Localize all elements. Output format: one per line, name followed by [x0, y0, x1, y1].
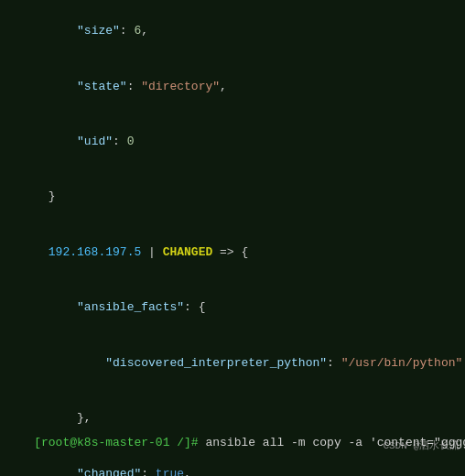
terminal-window: "size": 6, "state": "directory", "uid": …	[0, 0, 465, 476]
line-6: "discovered_interpreter_python": "/usr/b…	[5, 336, 460, 391]
terminal-output: "size": 6, "state": "directory", "uid": …	[5, 4, 460, 476]
line-5: "ansible_facts": {	[5, 280, 460, 335]
line-3: "uid": 0	[5, 114, 460, 169]
header-line-1: 192.168.197.5 | CHANGED => {	[5, 225, 460, 280]
line-4: }	[5, 169, 460, 224]
line-2: "state": "directory",	[5, 59, 460, 114]
line-1: "size": 6,	[5, 4, 460, 59]
prompt-line: [root@k8s-master-01 /]# ansible all -m c…	[5, 416, 460, 471]
